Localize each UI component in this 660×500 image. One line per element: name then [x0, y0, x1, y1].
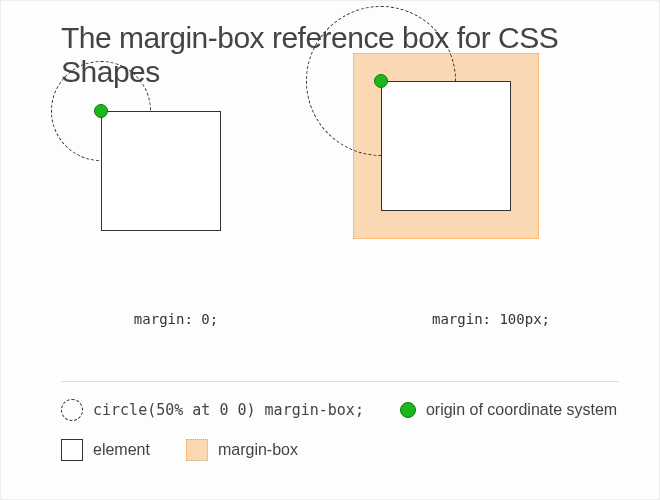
diagram-stage — [1, 71, 660, 341]
legend-item-origin: origin of coordinate system — [400, 401, 617, 419]
element-box — [381, 81, 511, 211]
legend: circle(50% at 0 0) margin-box; origin of… — [61, 399, 617, 479]
margin-box-icon — [186, 439, 208, 461]
origin-dot-icon — [400, 402, 416, 418]
divider — [61, 381, 619, 382]
legend-label-element: element — [93, 441, 150, 459]
legend-label-origin: origin of coordinate system — [426, 401, 617, 419]
origin-dot-icon — [374, 74, 388, 88]
caption-right: margin: 100px; — [401, 311, 581, 327]
origin-dot-icon — [94, 104, 108, 118]
legend-label-marginbox: margin-box — [218, 441, 298, 459]
dashed-circle-icon — [61, 399, 83, 421]
legend-item-element: element — [61, 439, 150, 461]
element-box — [101, 111, 221, 231]
legend-item-shape: circle(50% at 0 0) margin-box; — [61, 399, 364, 421]
legend-item-marginbox: margin-box — [186, 439, 298, 461]
caption-left: margin: 0; — [101, 311, 251, 327]
element-box-icon — [61, 439, 83, 461]
legend-label-shape: circle(50% at 0 0) margin-box; — [93, 401, 364, 419]
